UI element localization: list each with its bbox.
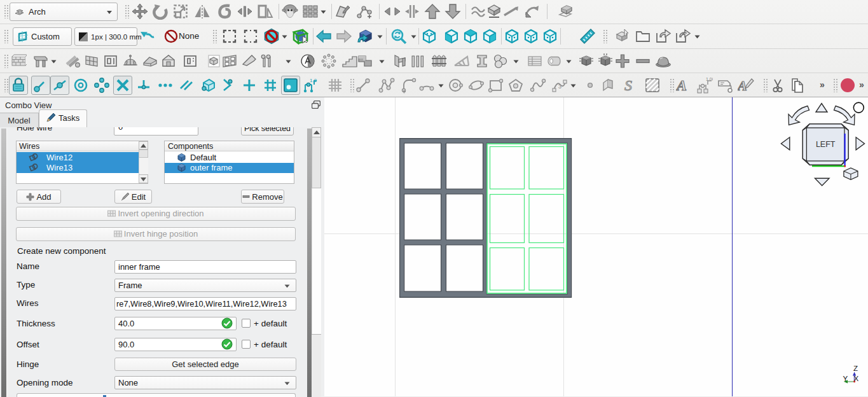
svg-text:A: A — [738, 78, 747, 94]
svg-text:1.00: 1.00 — [706, 77, 713, 81]
svg-text:1.0: 1.0 — [310, 78, 317, 83]
svg-text:A: A — [676, 77, 687, 94]
svg-text:S: S — [624, 77, 632, 94]
svg-text:3: 3 — [558, 83, 561, 90]
svg-text:Z: Z — [853, 365, 858, 372]
svg-text:LEFT: LEFT — [816, 140, 836, 149]
